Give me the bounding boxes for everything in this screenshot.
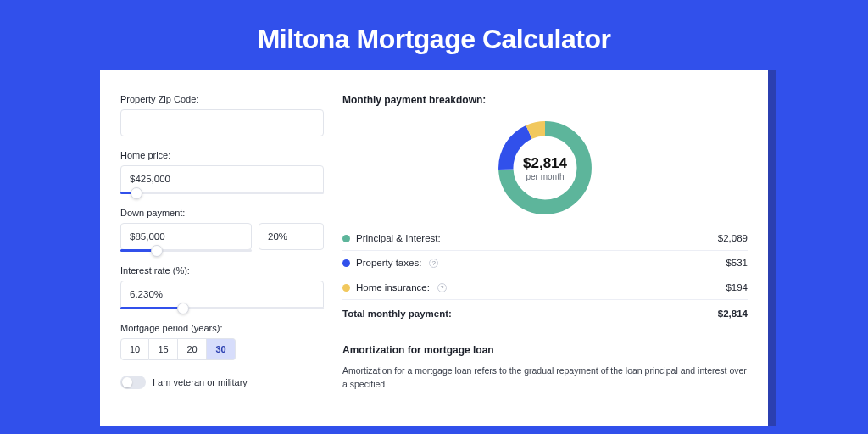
interest-group: Interest rate (%): bbox=[120, 265, 324, 309]
period-10-button[interactable]: 10 bbox=[120, 338, 149, 360]
donut-sub: per month bbox=[526, 172, 564, 181]
amortization-title: Amortization for mortgage loan bbox=[342, 344, 748, 356]
amortization-section: Amortization for mortgage loan Amortizat… bbox=[342, 344, 748, 392]
legend-row-insurance: Home insurance: ? $194 bbox=[342, 275, 748, 300]
veteran-toggle[interactable] bbox=[120, 376, 146, 389]
interest-label: Interest rate (%): bbox=[120, 265, 324, 275]
down-payment-amount-input[interactable] bbox=[120, 223, 252, 250]
donut-center: $2,814 per month bbox=[493, 116, 597, 220]
slider-fill bbox=[120, 307, 183, 309]
down-payment-label: Down payment: bbox=[120, 208, 324, 218]
zip-label: Property Zip Code: bbox=[120, 94, 324, 104]
donut-chart: $2,814 per month bbox=[493, 116, 597, 220]
slider-thumb[interactable] bbox=[131, 187, 142, 199]
form-column: Property Zip Code: Home price: Down paym… bbox=[120, 94, 324, 409]
slider-thumb[interactable] bbox=[151, 245, 163, 257]
home-price-input[interactable] bbox=[120, 165, 324, 192]
home-price-group: Home price: bbox=[120, 150, 324, 194]
donut-amount: $2,814 bbox=[523, 155, 567, 172]
amortization-text: Amortization for a mortgage loan refers … bbox=[342, 364, 748, 392]
legend-value: $531 bbox=[726, 258, 748, 268]
interest-slider[interactable] bbox=[120, 307, 324, 309]
legend-row-taxes: Property taxes: ? $531 bbox=[342, 251, 748, 275]
down-payment-group: Down payment: bbox=[120, 208, 324, 252]
home-price-slider[interactable] bbox=[120, 192, 324, 194]
home-price-label: Home price: bbox=[120, 150, 324, 160]
period-group: Mortgage period (years): 10 15 20 30 bbox=[120, 323, 324, 360]
info-icon[interactable]: ? bbox=[429, 259, 438, 268]
veteran-toggle-row: I am veteran or military bbox=[120, 376, 324, 389]
legend-label: Property taxes: bbox=[356, 258, 421, 268]
dot-icon bbox=[342, 259, 350, 267]
dot-icon bbox=[342, 235, 350, 242]
legend-label: Principal & Interest: bbox=[356, 233, 441, 243]
period-20-button[interactable]: 20 bbox=[178, 338, 207, 360]
legend-row-total: Total monthly payment: $2,814 bbox=[342, 300, 748, 326]
info-icon[interactable]: ? bbox=[437, 283, 447, 292]
legend-value: $2,089 bbox=[718, 233, 748, 243]
period-button-row: 10 15 20 30 bbox=[120, 338, 324, 360]
legend: Principal & Interest: $2,089 Property ta… bbox=[342, 233, 748, 326]
veteran-label: I am veteran or military bbox=[153, 377, 248, 387]
breakdown-title: Monthly payment breakdown: bbox=[342, 94, 748, 106]
total-label: Total monthly payment: bbox=[342, 309, 452, 319]
period-15-button[interactable]: 15 bbox=[149, 338, 178, 360]
donut-wrap: $2,814 per month bbox=[342, 116, 748, 220]
breakdown-column: Monthly payment breakdown: $2,814 per mo… bbox=[342, 94, 748, 409]
page-title: Miltona Mortgage Calculator bbox=[0, 0, 868, 70]
zip-input[interactable] bbox=[120, 109, 324, 136]
calculator-card: Property Zip Code: Home price: Down paym… bbox=[100, 70, 768, 426]
period-label: Mortgage period (years): bbox=[120, 323, 324, 333]
legend-value: $194 bbox=[726, 282, 748, 292]
dot-icon bbox=[342, 284, 350, 292]
total-value: $2,814 bbox=[718, 309, 748, 319]
down-payment-slider[interactable] bbox=[120, 249, 252, 252]
zip-group: Property Zip Code: bbox=[120, 94, 324, 136]
down-payment-percent-input[interactable] bbox=[259, 223, 324, 250]
interest-input[interactable] bbox=[120, 281, 324, 308]
legend-row-principal: Principal & Interest: $2,089 bbox=[342, 233, 748, 251]
legend-label: Home insurance: bbox=[356, 282, 430, 292]
slider-thumb[interactable] bbox=[177, 303, 189, 314]
period-30-button[interactable]: 30 bbox=[207, 338, 236, 360]
